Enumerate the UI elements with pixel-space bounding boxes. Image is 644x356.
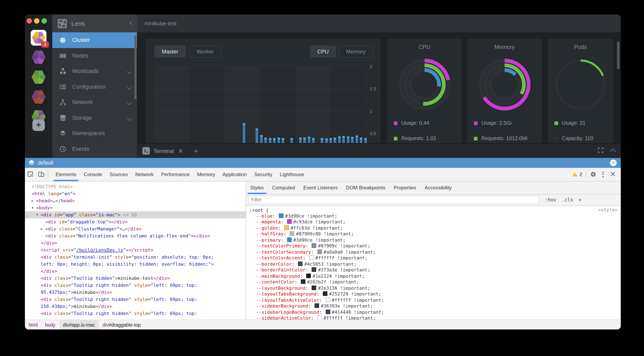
color-swatch[interactable] <box>279 213 284 218</box>
help-icon[interactable]: ? <box>610 159 616 166</box>
devtools-tab-lighthouse[interactable]: Lighthouse <box>276 168 308 181</box>
zoom-window-button[interactable] <box>42 18 47 24</box>
css-property[interactable]: --halfGray: #87909c80 !important; <box>250 231 621 237</box>
color-swatch[interactable] <box>323 291 328 296</box>
terminal-tab[interactable]: Terminal <box>154 148 174 154</box>
sidebar-item-storage[interactable]: Storage <box>52 110 137 126</box>
css-property[interactable]: --magenta: #c93dce !important; <box>250 219 621 225</box>
sidebar-item-namespaces[interactable]: Namespaces <box>52 126 137 141</box>
color-swatch[interactable] <box>284 225 289 230</box>
pseudo-toggle[interactable]: .cls <box>562 197 573 203</box>
css-property[interactable]: --layoutTabsBackground: #252729 !importa… <box>250 291 621 297</box>
terminal-close-icon[interactable]: ✕ <box>178 148 183 154</box>
sidebar-item-nodes[interactable]: Nodes <box>52 48 137 63</box>
dom-tree-node[interactable]: ▶<div class="ClusterManager">…</div> <box>25 225 246 232</box>
styles-tab-event-listeners[interactable]: Event Listeners <box>299 181 342 194</box>
close-window-button[interactable] <box>26 18 32 24</box>
css-property[interactable]: --borderColor: #4c5053 !important; <box>250 261 621 267</box>
breadcrumb-item[interactable]: html <box>25 320 41 330</box>
metric-memory-button[interactable]: Memory <box>338 46 373 58</box>
sidebar-item-workloads[interactable]: Workloads <box>52 63 137 79</box>
sidebar-item-events[interactable]: Events <box>52 141 137 157</box>
css-property[interactable]: --layoutBackground: #2e3136 !important; <box>250 285 621 291</box>
dom-tree-node[interactable]: <script src="/build/LensDev.js"></script… <box>25 246 246 253</box>
dom-tree-node[interactable]: …▼<div id="app" class="is-mac"> == $0 <box>25 211 246 218</box>
minimize-window-button[interactable] <box>34 18 40 24</box>
dom-tree-node[interactable]: <div id="draggable-top"></div> <box>25 218 246 225</box>
settings-gear-icon[interactable] <box>588 169 598 180</box>
dom-tree-node[interactable]: </div> <box>25 239 246 246</box>
active-cluster-icon[interactable]: 3 <box>31 30 46 46</box>
css-property[interactable]: --textColorAccent: #ffffff !important; <box>250 255 621 261</box>
dom-tree-node[interactable]: <div class="Tooltip right hidden" style=… <box>25 282 246 296</box>
dom-tree-node[interactable]: ▶<head>…</head> <box>25 197 246 204</box>
cluster-red-icon[interactable] <box>32 90 46 104</box>
color-swatch[interactable] <box>290 231 294 236</box>
devtools-tab-performance[interactable]: Performance <box>157 168 193 181</box>
sidebar-scrollbar[interactable] <box>134 35 136 99</box>
terminal-add-icon[interactable]: ＋ <box>192 147 200 154</box>
pseudo-toggle[interactable]: + <box>579 197 582 203</box>
breadcrumb-item[interactable]: body <box>41 320 59 330</box>
breadcrumb-item[interactable]: div#app.is-mac <box>59 320 99 330</box>
breadcrumb-item[interactable]: div#draggable-top <box>99 320 144 330</box>
inspect-element-icon[interactable] <box>25 169 36 180</box>
expand-arrow-icon[interactable]: ▶ <box>41 225 43 232</box>
collapse-arrow-icon[interactable]: ▼ <box>32 204 34 211</box>
dom-tree-node[interactable]: <div class="Tooltip hidden">minikube-tes… <box>25 275 246 282</box>
color-swatch[interactable] <box>317 315 322 319</box>
styles-tab-accessibility[interactable]: Accessibility <box>420 181 456 194</box>
styles-filter-input[interactable] <box>248 196 539 204</box>
pseudo-toggle[interactable]: :hov <box>545 197 556 203</box>
dom-tree-node[interactable]: <div class="Notifications flex column al… <box>25 232 246 239</box>
sidebar-item-cluster[interactable]: Cluster <box>52 32 137 48</box>
dom-tree-node[interactable]: <div class="Tooltip right hidden" style=… <box>25 310 246 317</box>
css-property[interactable]: --borderFaintColor: #373a3e !important; <box>250 267 621 273</box>
color-swatch[interactable] <box>287 237 292 242</box>
color-swatch[interactable] <box>301 279 306 284</box>
color-swatch[interactable] <box>312 267 316 272</box>
css-property[interactable]: --contentColor: #262b2f !important; <box>250 279 621 285</box>
collapse-arrow-icon[interactable]: ▼ <box>36 211 38 218</box>
sidebar-item-network[interactable]: Network <box>52 94 137 110</box>
devtools-tab-elements[interactable]: Elements <box>52 168 80 181</box>
more-options-icon[interactable] <box>598 171 608 177</box>
dom-tree-node[interactable]: <div class="terminal-init" style="positi… <box>25 253 246 268</box>
dom-tree-node[interactable]: <html lang="en"> <box>25 190 246 197</box>
fullscreen-icon[interactable] <box>598 147 603 155</box>
css-property[interactable]: --blue: #3d90ce !important; <box>250 213 621 219</box>
collapse-sidebar-icon[interactable]: ‹ <box>130 18 132 27</box>
devtools-tab-application[interactable]: Application <box>219 168 250 181</box>
css-property[interactable]: --primary: #3d90ce !important; <box>250 237 621 243</box>
css-property[interactable]: --textColorPrimary: #87909c !important; <box>250 243 621 249</box>
devtools-tab-security[interactable]: Security <box>251 168 276 181</box>
devtools-tab-network[interactable]: Network <box>132 168 157 181</box>
color-swatch[interactable] <box>326 297 330 302</box>
styles-tab-properties[interactable]: Properties <box>390 181 420 194</box>
dom-tree-node[interactable]: <!DOCTYPE html> <box>25 183 246 190</box>
node-master-button[interactable]: Master <box>154 46 186 58</box>
expand-arrow-icon[interactable]: ▶ <box>32 197 34 204</box>
styles-tab-styles[interactable]: Styles <box>246 181 268 194</box>
css-selector[interactable]: :root { <box>250 207 621 213</box>
css-property[interactable]: --sidebarActiveColor: #ffffff !important… <box>250 315 621 319</box>
css-property[interactable]: --golden: #ffc63d !important; <box>250 225 621 231</box>
color-swatch[interactable] <box>317 249 322 254</box>
metric-cpu-button[interactable]: CPU <box>310 46 336 58</box>
color-swatch[interactable] <box>312 285 316 290</box>
color-swatch[interactable] <box>326 309 330 314</box>
sidebar-item-configuration[interactable]: Configuration <box>52 79 137 94</box>
style-source-link[interactable]: <style> <box>598 207 618 212</box>
color-swatch[interactable] <box>309 255 314 260</box>
css-property[interactable]: --sidebarLogoBackground: #414448 !import… <box>250 309 621 315</box>
color-swatch[interactable] <box>312 243 316 248</box>
node-worker-button[interactable]: Worker <box>189 46 221 58</box>
warnings-indicator[interactable]: 2 <box>570 171 585 177</box>
dom-tree-node[interactable]: </div> <box>25 268 246 275</box>
chevron-up-icon[interactable] <box>610 149 616 155</box>
content-scrollbar[interactable] <box>617 41 620 69</box>
color-swatch[interactable] <box>314 303 319 308</box>
color-swatch[interactable] <box>306 273 311 278</box>
styles-tab-computed[interactable]: Computed <box>268 181 299 194</box>
css-property[interactable]: --mainBackground: #1e2124 !important; <box>250 273 621 279</box>
